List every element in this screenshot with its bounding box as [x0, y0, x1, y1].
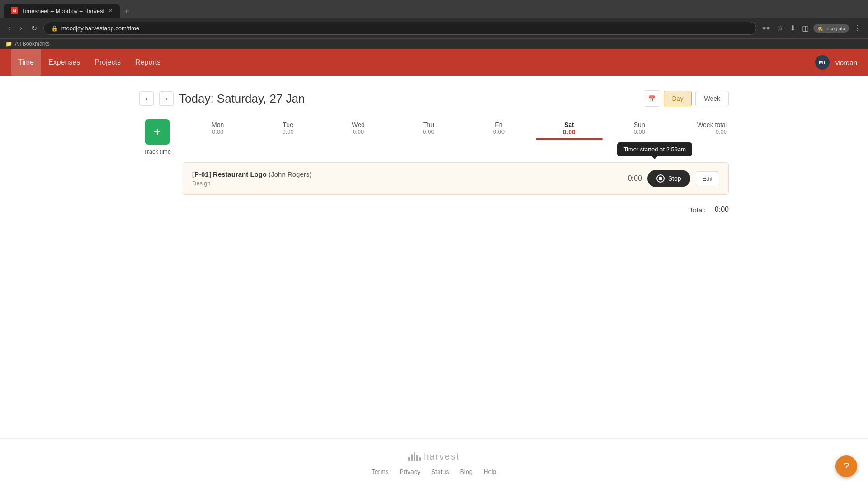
- footer-links: Terms Privacy Status Blog Help: [0, 468, 868, 475]
- tab-favicon: M: [11, 7, 18, 14]
- day-name-thu: Thu: [395, 121, 462, 128]
- week-total: Week total 0.00: [675, 119, 729, 137]
- extensions-icon[interactable]: ◫: [800, 22, 811, 34]
- tab-title: Timesheet – Moodjoy – Harvest: [22, 8, 104, 14]
- week-total-hours: 0.00: [676, 128, 727, 135]
- next-date-button[interactable]: ›: [159, 91, 174, 106]
- app: Time Expenses Projects Reports MT Morgan…: [0, 49, 868, 438]
- footer-status[interactable]: Status: [431, 468, 449, 475]
- incognito-icon: 🕵: [817, 25, 823, 31]
- days-container: Mon 0.00 Tue 0.00 Wed 0.00 Thu 0.00: [183, 119, 675, 141]
- day-sun[interactable]: Sun 0.00: [604, 119, 675, 141]
- day-sat[interactable]: Sat 0:00: [534, 119, 604, 141]
- bookmark-star-icon[interactable]: ☆: [775, 22, 785, 34]
- stop-circle-icon: [656, 174, 665, 183]
- harvest-logo-text: harvest: [424, 451, 460, 462]
- add-time-button[interactable]: +: [145, 119, 170, 145]
- stop-label: Stop: [668, 175, 681, 182]
- bar-2: [411, 454, 413, 461]
- timer-tooltip: Timer started at 2:59am: [617, 142, 692, 156]
- bar-5: [419, 457, 421, 461]
- day-mon[interactable]: Mon 0.00: [183, 119, 253, 141]
- bookmarks-label: All Bookmarks: [15, 41, 50, 47]
- entry-project-code: [P-01]: [192, 170, 211, 178]
- day-hours-sun: 0.00: [606, 128, 673, 135]
- nav-user-area: MT Morgan: [815, 55, 857, 70]
- forward-button[interactable]: ›: [17, 23, 24, 34]
- entry-info: [P-01] Restaurant Logo (John Rogers) Des…: [192, 170, 619, 187]
- edit-button[interactable]: Edit: [696, 171, 719, 186]
- footer-blog[interactable]: Blog: [460, 468, 472, 475]
- day-name-mon: Mon: [184, 121, 251, 128]
- lock-icon: 🔒: [51, 25, 58, 32]
- day-hours-tue: 0.00: [255, 128, 321, 135]
- address-bar[interactable]: 🔒 moodjoy.harvestapp.com/time: [43, 22, 757, 35]
- table-row: Timer started at 2:59am [P-01] Restauran…: [183, 162, 729, 195]
- reload-button[interactable]: ↻: [28, 22, 40, 34]
- entry-right: 0:00 Stop Edit: [619, 170, 719, 187]
- day-name-sun: Sun: [606, 121, 673, 128]
- entry-task: Design: [192, 180, 619, 187]
- reading-mode-icon[interactable]: 👓: [760, 22, 773, 34]
- browser-tabs: M Timesheet – Moodjoy – Harvest ✕ +: [0, 4, 868, 18]
- entry-client: (John Rogers): [269, 170, 311, 178]
- new-tab-button[interactable]: +: [120, 5, 134, 18]
- bar-1: [408, 457, 410, 461]
- bar-3: [414, 452, 415, 461]
- entry-project-name: Restaurant Logo: [213, 170, 267, 178]
- date-title: Today: Saturday, 27 Jan: [179, 92, 305, 106]
- week-total-label: Week total: [676, 121, 727, 128]
- calendar-button[interactable]: 📅: [644, 90, 660, 107]
- date-nav: ‹ › Today: Saturday, 27 Jan 📅 Day Week: [139, 90, 729, 107]
- user-name: Morgan: [834, 59, 857, 66]
- calendar-icon: 📅: [648, 95, 656, 102]
- prev-date-button[interactable]: ‹: [139, 91, 154, 106]
- tab-close-button[interactable]: ✕: [108, 8, 113, 14]
- day-wed[interactable]: Wed 0.00: [323, 119, 393, 141]
- nav-projects[interactable]: Projects: [87, 49, 128, 76]
- total-value: 0:00: [715, 206, 729, 214]
- browser-chrome: M Timesheet – Moodjoy – Harvest ✕ + ‹ › …: [0, 0, 868, 49]
- day-thu[interactable]: Thu 0.00: [393, 119, 463, 141]
- active-tab[interactable]: M Timesheet – Moodjoy – Harvest ✕: [4, 4, 120, 18]
- total-row: Total: 0:00: [183, 200, 729, 219]
- week-view-button[interactable]: Week: [695, 91, 729, 106]
- toolbar-actions: 👓 ☆ ⬇ ◫ 🕵 Incognito ⋮: [760, 22, 863, 34]
- time-entries: Timer started at 2:59am [P-01] Restauran…: [183, 162, 729, 195]
- day-hours-sat: 0:00: [536, 128, 602, 136]
- footer-help[interactable]: Help: [483, 468, 496, 475]
- day-hours-wed: 0.00: [325, 128, 392, 135]
- entry-time: 0:00: [619, 174, 642, 183]
- day-name-wed: Wed: [325, 121, 392, 128]
- incognito-badge: 🕵 Incognito: [813, 24, 849, 33]
- day-name-sat: Sat: [536, 121, 602, 128]
- day-hours-mon: 0.00: [184, 128, 251, 135]
- nav-expenses[interactable]: Expenses: [41, 49, 87, 76]
- footer: harvest Terms Privacy Status Blog Help: [0, 438, 868, 488]
- download-icon[interactable]: ⬇: [788, 22, 797, 34]
- nav-time[interactable]: Time: [11, 49, 41, 76]
- app-nav: Time Expenses Projects Reports MT Morgan: [0, 49, 868, 76]
- total-label: Total:: [689, 206, 706, 214]
- footer-terms[interactable]: Terms: [372, 468, 389, 475]
- main-content: ‹ › Today: Saturday, 27 Jan 📅 Day Week +…: [118, 76, 750, 234]
- footer-privacy[interactable]: Privacy: [400, 468, 420, 475]
- back-button[interactable]: ‹: [5, 23, 13, 34]
- day-name-fri: Fri: [466, 121, 532, 128]
- browser-toolbar: ‹ › ↻ 🔒 moodjoy.harvestapp.com/time 👓 ☆ …: [0, 18, 868, 38]
- nav-reports[interactable]: Reports: [128, 49, 168, 76]
- url-text: moodjoy.harvestapp.com/time: [61, 25, 139, 32]
- help-fab-button[interactable]: ?: [835, 455, 857, 477]
- bookmarks-folder-icon: 📁: [5, 41, 12, 47]
- day-view-button[interactable]: Day: [664, 91, 692, 106]
- bar-4: [416, 455, 418, 461]
- day-active-underline: [536, 138, 602, 140]
- entry-project: [P-01] Restaurant Logo (John Rogers): [192, 170, 619, 178]
- footer-logo: harvest: [0, 451, 868, 462]
- stop-button[interactable]: Stop: [647, 170, 690, 187]
- menu-icon[interactable]: ⋮: [852, 22, 863, 34]
- view-toggle: 📅 Day Week: [644, 90, 729, 107]
- day-tue[interactable]: Tue 0.00: [253, 119, 323, 141]
- avatar: MT: [815, 55, 830, 70]
- day-fri[interactable]: Fri 0.00: [464, 119, 534, 141]
